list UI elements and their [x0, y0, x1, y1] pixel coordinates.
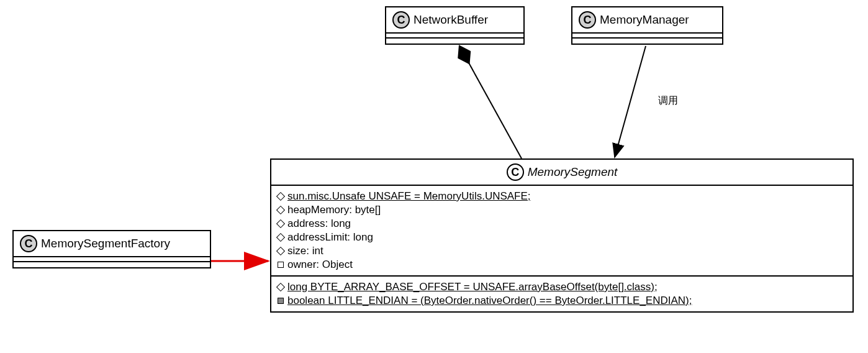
empty-section [572, 39, 722, 44]
class-header: C MemorySegment [271, 160, 852, 186]
visibility-icon [278, 298, 284, 304]
member: sun.misc.Unsafe UNSAFE = MemoryUtils.UNS… [278, 190, 846, 203]
empty-section [14, 262, 210, 267]
visibility-icon [276, 192, 285, 201]
class-icon: C [507, 163, 524, 181]
member-text: boolean LITTLE_ENDIAN = (ByteOrder.nativ… [287, 295, 692, 307]
visibility-icon [276, 233, 285, 242]
class-icon: C [392, 11, 410, 29]
member: addressLimit: long [278, 231, 846, 244]
class-network-buffer: C NetworkBuffer [385, 6, 525, 45]
member: address: long [278, 217, 846, 231]
empty-section [386, 34, 523, 39]
empty-section [386, 39, 523, 44]
class-name: MemorySegmentFactory [41, 237, 170, 250]
attributes-section: sun.misc.Unsafe UNSAFE = MemoryUtils.UNS… [271, 186, 852, 277]
svg-line-4 [615, 46, 646, 157]
visibility-icon [276, 206, 285, 214]
class-name: MemorySegment [528, 165, 618, 179]
class-memory-segment: C MemorySegment sun.misc.Unsafe UNSAFE =… [270, 158, 854, 313]
member-text: addressLimit: long [287, 231, 373, 244]
statics-section: long BYTE_ARRAY_BASE_OFFSET = UNSAFE.arr… [271, 277, 852, 311]
member-text: owner: Object [287, 259, 353, 271]
class-header: C MemoryManager [572, 7, 722, 34]
class-name: NetworkBuffer [414, 13, 488, 27]
class-icon: C [20, 235, 37, 252]
class-header: C NetworkBuffer [386, 7, 523, 34]
member: long BYTE_ARRAY_BASE_OFFSET = UNSAFE.arr… [278, 280, 846, 294]
visibility-icon [278, 262, 284, 268]
visibility-icon [276, 283, 285, 291]
member-text: long BYTE_ARRAY_BASE_OFFSET = UNSAFE.arr… [287, 281, 658, 293]
visibility-icon [276, 247, 285, 255]
member: boolean LITTLE_ENDIAN = (ByteOrder.nativ… [278, 294, 846, 308]
class-memory-segment-factory: C MemorySegmentFactory [12, 230, 211, 268]
member-text: size: int [287, 245, 323, 257]
member-text: address: long [287, 218, 351, 230]
member: size: int [278, 244, 846, 258]
empty-section [14, 257, 210, 262]
class-header: C MemorySegmentFactory [14, 231, 210, 257]
member-text: heapMemory: byte[] [287, 204, 381, 216]
class-name: MemoryManager [600, 13, 689, 27]
relation-label: 调用 [658, 94, 678, 108]
visibility-icon [276, 219, 285, 228]
member-text: sun.misc.Unsafe UNSAFE = MemoryUtils.UNS… [287, 190, 531, 203]
class-icon: C [579, 11, 596, 29]
member: heapMemory: byte[] [278, 203, 846, 217]
class-memory-manager: C MemoryManager [571, 6, 723, 45]
svg-line-3 [459, 46, 522, 158]
member: owner: Object [278, 258, 846, 272]
empty-section [572, 34, 722, 39]
